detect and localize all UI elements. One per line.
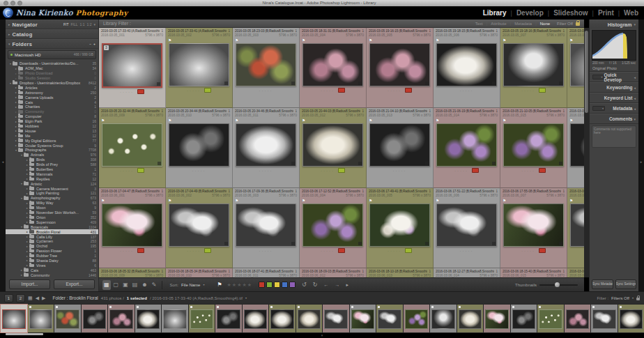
rating-dots[interactable]: ····· xyxy=(187,249,201,253)
module-tab-print[interactable]: Print xyxy=(598,9,614,17)
right-panel-reveal-arrow[interactable]: ▸ xyxy=(638,20,644,304)
photo-thumbnail[interactable] xyxy=(539,309,562,329)
folder-item-shasta-daisy[interactable]: ▸Shasta Daisy88 xyxy=(6,259,98,263)
photo-thumbnail[interactable] xyxy=(512,309,536,329)
rating-dots[interactable]: ····· xyxy=(321,89,335,93)
photo-thumbnail[interactable] xyxy=(351,309,375,329)
grid-cell[interactable]: 2016-03-05 21-10-05 (B;Radius8,Smoothing… xyxy=(500,108,567,188)
pick-flag-icon[interactable]: ⚑ xyxy=(436,38,439,43)
module-tab-slideshow[interactable]: Slideshow xyxy=(553,9,588,17)
flag-tool-icon[interactable]: ⚑ xyxy=(217,282,222,288)
grid-cell[interactable]: 2016-03-06 17-04-49 (B;Radius8,Smoothing… xyxy=(166,188,233,268)
photo-thumbnail[interactable] xyxy=(56,309,79,329)
filmstrip-filter-lock-icon[interactable] xyxy=(636,298,640,300)
rating-dots[interactable]: ····· xyxy=(460,249,474,253)
photo-thumbnail[interactable] xyxy=(485,309,509,329)
pick-flag-icon[interactable]: ⚑ xyxy=(235,38,238,43)
photo-thumbnail[interactable] xyxy=(570,203,584,247)
minimize-window-icon[interactable] xyxy=(10,1,15,6)
grid-cell[interactable]: 2016-03-05 21-04-10 (B;Radius8,Smoothing… xyxy=(367,108,434,188)
photo-thumbnail[interactable] xyxy=(378,309,401,329)
folder-item-calla-lilly[interactable]: ▸Calla Lilly137 xyxy=(6,234,98,239)
color-label-chip-1[interactable] xyxy=(266,282,273,288)
filmstrip-thumb[interactable] xyxy=(243,305,269,332)
filmstrip-thumb[interactable] xyxy=(430,305,457,332)
photo-thumbnail[interactable] xyxy=(324,309,348,329)
rating-dots[interactable]: ····· xyxy=(259,249,273,253)
folder-item-milky-way[interactable]: ▸Milky Way63 xyxy=(6,201,98,206)
folder-item-birds-of-prey[interactable]: ▸Birds of Prey588 xyxy=(6,162,98,167)
photo-thumbnail[interactable] xyxy=(302,43,363,86)
next-photo-icon[interactable]: → xyxy=(335,282,339,287)
folder-item-cats[interactable]: ▸Cats463 xyxy=(6,268,98,272)
filmstrip-thumb[interactable] xyxy=(565,305,591,332)
photo-thumbnail[interactable] xyxy=(169,123,229,167)
volume-browser[interactable]: Macintosh HD 466 / 999 GB xyxy=(8,50,96,59)
grid-cell[interactable]: 2016-03-06 18-15-40 (B;Radius8,Smoothing… xyxy=(500,268,567,277)
pick-flag-icon[interactable]: ⚑ xyxy=(369,199,372,203)
navigator-panel-header[interactable]: ▸ Navigator FITFILL1:11:2▾ xyxy=(6,20,98,29)
filmstrip-thumb[interactable] xyxy=(1,305,27,332)
filmstrip-thumb[interactable] xyxy=(484,305,510,332)
survey-view-icon[interactable]: ▤ xyxy=(131,280,139,290)
filmstrip-thumb[interactable] xyxy=(404,305,430,332)
photo-thumbnail[interactable] xyxy=(236,203,296,247)
photo-thumbnail[interactable] xyxy=(169,203,229,247)
photo-thumbnail[interactable] xyxy=(244,309,268,329)
zoom-option-fill[interactable]: FILL xyxy=(71,22,78,26)
thumbnail-size-slider[interactable] xyxy=(539,284,578,286)
pick-flag-icon[interactable]: ⚑ xyxy=(503,118,506,123)
rating-dots[interactable]: ····· xyxy=(259,169,273,173)
module-tab-web[interactable]: Web xyxy=(624,9,638,17)
folder-item-charities[interactable]: ▸Charities1 xyxy=(6,105,98,109)
color-label-chip[interactable] xyxy=(539,168,546,173)
color-label-chip-0[interactable] xyxy=(259,282,265,288)
photo-thumbnail[interactable] xyxy=(503,123,564,167)
go-forward-icon[interactable]: ▶ xyxy=(42,295,45,301)
photo-thumbnail[interactable] xyxy=(102,123,162,167)
grid-cell[interactable]: 2016-03-05 18-31-31 (B;Radius8,Smoothing… xyxy=(300,28,367,108)
folder-item-astrophotography[interactable]: ▾Astrophotography673 xyxy=(6,196,98,201)
module-tab-develop[interactable]: Develop xyxy=(516,9,544,17)
grid-cell[interactable]: 2016-03-06 18-16-02 (B;Radius8,Smoothing… xyxy=(567,268,584,277)
grid-cell[interactable]: 2016-03-06 17-49-41 (B;Radius8,Smoothing… xyxy=(367,188,434,268)
photo-thumbnail[interactable] xyxy=(405,309,429,329)
pick-flag-icon[interactable]: ⚑ xyxy=(503,38,506,43)
close-window-icon[interactable] xyxy=(3,1,8,6)
grid-cell[interactable]: 2016-03-05 19-18-15 (B;Radius8,Smoothing… xyxy=(434,28,500,108)
rating-dots[interactable]: ····· xyxy=(393,169,407,173)
star-rating-tool[interactable]: ★★★★★ xyxy=(227,282,252,288)
filmstrip-thumb[interactable] xyxy=(457,305,484,332)
sync-metadata-button[interactable]: Sync Metadata xyxy=(592,279,613,289)
pick-flag-icon[interactable]: ⚑ xyxy=(369,38,372,43)
photo-thumbnail[interactable] xyxy=(137,309,160,329)
pick-flag-icon[interactable]: ⚑ xyxy=(436,118,439,123)
panel-header-comments[interactable]: Comments▾ xyxy=(590,114,638,124)
left-panel-reveal-arrow[interactable]: ◂ xyxy=(0,20,6,304)
photo-thumbnail[interactable] xyxy=(302,123,363,167)
folder-item-cyclamen[interactable]: ▸Cyclamen253 xyxy=(6,239,98,244)
photo-thumbnail[interactable] xyxy=(270,309,294,329)
grid-cell[interactable]: 2016-03-06 17-04-47 (B;Radius8,Smoothing… xyxy=(99,188,166,268)
filmstrip-thumb[interactable] xyxy=(511,305,537,332)
folder-item-moon[interactable]: ▸Moon9 xyxy=(6,206,98,210)
photo-thumbnail[interactable] xyxy=(29,309,53,329)
color-label-chip[interactable] xyxy=(539,88,546,93)
photo-thumbnail[interactable]: 3 xyxy=(102,43,162,88)
sort-value-dropdown[interactable]: File Name xyxy=(181,283,200,287)
zoom-option-1-2[interactable]: 1:2 xyxy=(87,22,92,26)
pick-flag-icon[interactable]: ⚑ xyxy=(168,199,171,203)
panel-header-metadata[interactable]: ▾Metadata◂ xyxy=(590,103,638,114)
window-controls[interactable] xyxy=(3,1,22,6)
grid-cell[interactable]: 2016-03-06 18-07-41 (B;Radius8,Smoothing… xyxy=(233,268,300,277)
folder-item-butterflies[interactable]: ▸Butterflies1 xyxy=(6,167,98,172)
grid-cell[interactable]: 2016-03-05 19-16-15 (B;Radius8,Smoothing… xyxy=(367,28,434,108)
photo-thumbnail[interactable] xyxy=(620,309,643,329)
grid-cell[interactable]: 2016-03-05 21-12-52 (B;Radius8,Smoothing… xyxy=(567,108,584,188)
photo-thumbnail[interactable] xyxy=(369,203,430,247)
breadcrumb[interactable]: Folder : Brooklin Floral xyxy=(52,295,98,300)
grid-cell[interactable]: 2016-03-06 17-09-36 (B;Radius8,Smoothing… xyxy=(233,188,300,268)
grid-scrollbar[interactable] xyxy=(584,28,589,277)
pick-flag-icon[interactable]: ⚑ xyxy=(302,118,305,123)
filmstrip-thumb[interactable] xyxy=(54,305,81,332)
